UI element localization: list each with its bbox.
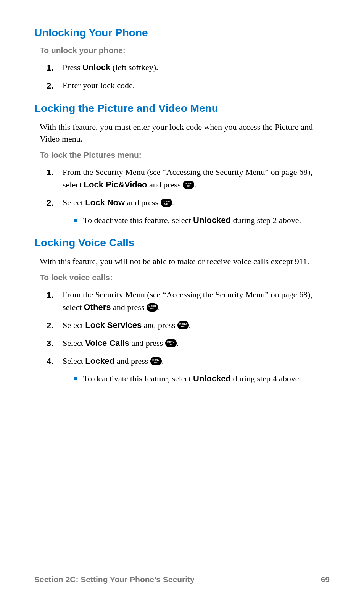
section-subheading: To unlock your phone:: [40, 46, 330, 55]
bold-term: Voice Calls: [85, 338, 129, 348]
bold-term: Lock Pic&Video: [84, 180, 147, 189]
bold-term: Unlocked: [193, 215, 231, 225]
section-heading: Locking Voice Calls: [34, 237, 330, 249]
bold-term: Unlocked: [193, 374, 231, 383]
footer-page-number: 69: [321, 575, 330, 584]
menu-ok-icon: MENUOK: [147, 303, 158, 312]
bold-term: Locked: [85, 356, 114, 366]
bold-term: Lock Now: [85, 198, 125, 207]
step-item: Enter your lock code.: [40, 79, 330, 92]
step-item: Select Lock Now and press MENUOK.To deac…: [40, 196, 330, 226]
menu-ok-icon: MENUOK: [150, 357, 162, 365]
step-item: Press Unlock (left softkey).: [40, 61, 330, 74]
section-heading: Unlocking Your Phone: [34, 27, 330, 39]
step-list: From the Security Menu (see “Accessing t…: [40, 288, 330, 385]
footer-section-label: Section 2C: Setting Your Phone’s Securit…: [34, 575, 195, 584]
step-item: From the Security Menu (see “Accessing t…: [40, 166, 330, 191]
section-subheading: To lock the Pictures menu:: [40, 150, 330, 160]
menu-ok-icon: MENUOK: [177, 321, 189, 329]
step-list: Press Unlock (left softkey).Enter your l…: [40, 61, 330, 92]
sub-bullet: To deactivate this feature, select Unloc…: [74, 214, 330, 226]
section-heading: Locking the Picture and Video Menu: [34, 102, 330, 115]
page-content: Unlocking Your PhoneTo unlock your phone…: [34, 27, 330, 385]
step-item: Select Locked and press MENUOK.To deacti…: [40, 355, 330, 385]
step-list: From the Security Menu (see “Accessing t…: [40, 166, 330, 226]
page-footer: Section 2C: Setting Your Phone’s Securit…: [34, 575, 330, 584]
sub-bullet: To deactivate this feature, select Unloc…: [74, 373, 330, 385]
section-subheading: To lock voice calls:: [40, 273, 330, 282]
step-item: Select Lock Services and press MENUOK.: [40, 319, 330, 331]
bold-term: Others: [84, 302, 111, 312]
bold-term: Unlock: [82, 63, 110, 72]
step-item: From the Security Menu (see “Accessing t…: [40, 288, 330, 313]
menu-ok-icon: MENUOK: [165, 339, 177, 347]
menu-ok-icon: MENUOK: [161, 199, 172, 207]
section-intro: With this feature, you will not be able …: [40, 256, 330, 268]
section-intro: With this feature, you must enter your l…: [40, 121, 330, 145]
menu-ok-icon: MENUOK: [183, 181, 194, 189]
bold-term: Lock Services: [85, 320, 142, 330]
step-item: Select Voice Calls and press MENUOK.: [40, 337, 330, 349]
